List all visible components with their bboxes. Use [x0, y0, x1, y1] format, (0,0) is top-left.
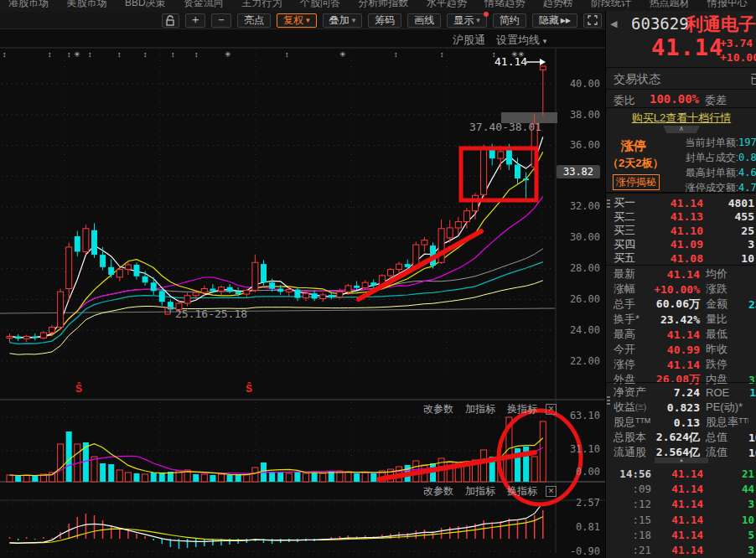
- tick-row[interactable]: :1541.1410: [606, 512, 756, 527]
- event-marker-icon: ↕: [194, 50, 199, 59]
- event-marker-icon: ✳: [511, 50, 518, 59]
- event-marker-icon: ↕: [88, 50, 92, 59]
- l2-purchase-link[interactable]: 购买L2查看十档行情: [606, 111, 756, 126]
- axis-tick-label: 26.00: [557, 293, 600, 305]
- event-marker-icon: ↕: [143, 50, 148, 59]
- event-marker-icon: ↕: [285, 50, 289, 59]
- event-marker-icon: ↕: [171, 50, 175, 59]
- finance-grid: 净资产7.24ROE1收益㈢0.823PE(动)*股息ᵀᵀᴹ0.13股息率ᵀᵀᴹ…: [606, 385, 756, 460]
- chart-canvas[interactable]: [0, 0, 605, 558]
- pane-button[interactable]: 加指标: [465, 484, 495, 499]
- pane-button[interactable]: 改参数: [423, 402, 453, 416]
- quote-row: 涨停41.14跌停: [606, 357, 756, 372]
- tick-row[interactable]: :1841.145: [606, 527, 756, 542]
- event-marker-icon: ↕: [67, 50, 71, 59]
- volume-pane-buttons: 改参数加指标换指标✕: [352, 402, 557, 416]
- collapse-arrow[interactable]: ▴: [655, 457, 708, 463]
- gap-range-annotation: 37.40-38.01: [469, 121, 541, 133]
- tick-row[interactable]: :2141.143: [606, 542, 756, 557]
- quote-row: 涨幅+10.00%涨跌: [606, 282, 756, 297]
- quote-panel: ◀ 603629 利通电子 41.14 +3.74 +10.00 交易状态 已 …: [605, 11, 756, 558]
- signal-marker-icon: Ŝ: [246, 383, 252, 395]
- quote-grid: 最新41.14均价涨幅+10.00%涨跌总手60.06万金额23换手*23.42…: [606, 266, 756, 387]
- axis-tick-label: 0.81: [557, 521, 600, 533]
- collapse-notch[interactable]: ∧: [663, 126, 700, 133]
- order-book-row: 买二41.13455: [606, 209, 756, 224]
- trading-terminal: 港股市场美股市场BBD决策资金流向主力行为个股问答分析师指数水平趋势情绪趋势趋势…: [0, 0, 756, 558]
- limit-up-stats: 当前封单额:1975封单占成交:0.80最高封单额:4.62涨停成交额:4.71: [661, 135, 756, 195]
- event-marker-icon: ↕: [440, 50, 444, 59]
- stock-code: 603629: [631, 14, 689, 33]
- order-book-row: 买四41.093: [606, 237, 756, 251]
- quote-row: 最高41.14最低: [606, 327, 756, 342]
- order-book-row: 买三41.1025: [606, 223, 756, 237]
- tick-row[interactable]: :0941.1444: [606, 481, 756, 496]
- quote-row: 今开40.99昨收: [606, 342, 756, 357]
- axis-tick-label: 24.00: [557, 324, 600, 336]
- axis-tick-label: -0.90: [557, 545, 600, 557]
- axis-tick-label: 22.00: [557, 355, 600, 367]
- finance-row: 股息ᵀᵀᴹ0.13股息率ᵀᵀᴹ: [606, 415, 756, 430]
- top-menu-item[interactable]: 情报中心: [707, 0, 748, 12]
- axis-tick-label: 38.00: [557, 109, 600, 121]
- weibi-value: 100.00%: [650, 92, 699, 106]
- pane-button[interactable]: 换指标: [507, 402, 537, 416]
- order-book-row: 买一41.144801: [606, 195, 756, 209]
- top-menu-item[interactable]: 热点题材: [650, 0, 690, 12]
- order-book-row: 买五41.0810: [606, 251, 756, 265]
- finance-row: 净资产7.24ROE1: [606, 385, 756, 400]
- limit-up-secret-button[interactable]: 涨停揭秘: [613, 173, 660, 190]
- tick-row[interactable]: :1241.143: [606, 497, 756, 512]
- tick-list[interactable]: 14:5641.1421:0941.1444:1241.143:1541.141…: [606, 466, 756, 558]
- finance-row: 总股本2.624亿总值10: [606, 430, 756, 445]
- axis-tick-label: 40.00: [557, 78, 600, 90]
- price-change-pct: +10.00: [720, 51, 756, 64]
- trade-status-label: 交易状态: [614, 72, 660, 87]
- kline-chart[interactable]: [0, 0, 605, 558]
- axis-tick-label: 0.00: [557, 466, 600, 478]
- event-marker-icon: ↕: [117, 50, 122, 59]
- back-icon[interactable]: ◀: [610, 18, 617, 29]
- quote-row: 换手*23.42%量比: [606, 312, 756, 327]
- stock-name: 利通电子: [686, 13, 756, 36]
- close-icon[interactable]: ✕: [546, 486, 557, 497]
- current-price-axis-badge: 33.82: [557, 165, 600, 178]
- axis-tick-label: 30.00: [557, 231, 600, 243]
- axis-tick-label: 28.00: [557, 262, 600, 274]
- finance-row: 收益㈢0.823PE(动)*: [606, 400, 756, 415]
- quote-row: 总手60.06万金额23: [606, 297, 756, 312]
- axis-tick-label: 36.00: [557, 139, 600, 151]
- order-book: 买一41.144801买二41.13455买三41.1025买四41.093买五…: [606, 195, 756, 265]
- event-marker-icon: ✳: [339, 50, 346, 59]
- close-icon[interactable]: ✕: [546, 404, 557, 415]
- low-range-annotation: 25.16-25.18: [175, 307, 247, 320]
- pane-button[interactable]: 改参数: [423, 484, 453, 499]
- last-price: 41.14: [651, 34, 723, 60]
- tick-row[interactable]: 14:5641.1421: [606, 466, 756, 481]
- limit-up-stat-row: 封单占成交:0.80: [661, 150, 756, 165]
- axis-tick-label: 31.10: [557, 443, 600, 455]
- event-marker-icon: ↕: [3, 50, 7, 59]
- price-change: +3.74: [720, 37, 753, 49]
- weibi-label: 委比: [614, 93, 635, 108]
- trade-status-value: 已: [750, 72, 756, 87]
- limit-up-boards: （2天2板）: [608, 156, 663, 171]
- axis-tick-label: 2.57: [557, 497, 600, 509]
- pane-button[interactable]: 加指标: [465, 402, 495, 416]
- event-marker-icon: ↕: [492, 50, 496, 59]
- event-marker-icon: ✳: [225, 50, 231, 59]
- pane-button[interactable]: 换指标: [507, 484, 537, 499]
- macd-pane-buttons: 改参数加指标换指标✕: [352, 484, 557, 499]
- limit-up-tag: 涨停: [621, 138, 646, 154]
- quote-row: 最新41.14均价: [606, 266, 756, 282]
- signal-marker-icon: Ŝ: [75, 383, 82, 395]
- limit-up-stat-row: 最高封单额:4.62: [661, 165, 756, 180]
- event-marker-icon: ↕: [48, 50, 52, 59]
- event-marker-icon: ✳: [518, 50, 525, 59]
- axis-tick-label: 63.10: [557, 410, 600, 421]
- weicha-label: 委差: [705, 93, 727, 108]
- limit-up-stat-row: 当前封单额:1975: [661, 135, 756, 150]
- axis-tick-label: 32.00: [557, 200, 600, 212]
- event-marker-icon: ✳: [74, 50, 80, 59]
- event-marker-icon: ↕: [394, 50, 398, 59]
